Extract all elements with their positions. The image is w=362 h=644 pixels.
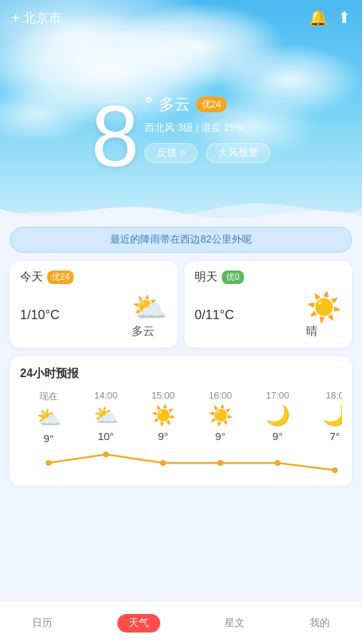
tomorrow-header: 明天 优0 <box>195 270 342 285</box>
hourly-temp: 10° <box>98 430 114 442</box>
content-area: 最近的降雨带在西边82公里外呢 今天 优24 1/10°C ⛅ 多云 明天 <box>0 218 362 601</box>
hourly-temp: 7° <box>330 430 340 442</box>
hourly-item: 16:00 ☀️ 9° <box>192 390 249 444</box>
nav-item-calendar[interactable]: 日历 <box>18 613 67 634</box>
svg-point-0 <box>46 460 52 466</box>
feedback-button[interactable]: 反馈 > <box>145 143 197 163</box>
weather-main: 8 ° 多云 优24 西北风 3级 | 湿度 25% 反馈 > 大风预警 <box>0 93 362 179</box>
aqi-badge: 优24 <box>196 97 227 112</box>
nav-label-stars: 星文 <box>225 617 245 630</box>
hourly-row: 现在 ⛅ 9° 14:00 ⛅ 10° 15:00 ☀️ 9° 16:00 ☀️… <box>20 390 342 444</box>
tomorrow-aqi: 优0 <box>222 270 244 284</box>
temperature-row: 8 ° 多云 优24 西北风 3级 | 湿度 25% 反馈 > 大风预警 <box>92 93 271 179</box>
hourly-icon: ☀️ <box>151 404 176 427</box>
weather-description: 多云 <box>159 94 190 115</box>
tomorrow-right: ☀️ 晴 <box>306 291 342 339</box>
speaker-icon[interactable]: 🔔 <box>308 9 328 27</box>
forecast-title: 24小时预报 <box>20 366 342 381</box>
forecast-section: 24小时预报 现在 ⛅ 9° 14:00 ⛅ 10° 15:00 ☀️ 9° 1… <box>10 356 352 486</box>
hourly-item: 15:00 ☀️ 9° <box>134 390 192 444</box>
weather-detail: ° 多云 优24 西北风 3级 | 湿度 25% 反馈 > 大风预警 <box>145 93 270 169</box>
hourly-icon: ☀️ <box>208 404 233 427</box>
svg-point-5 <box>332 467 338 473</box>
tomorrow-icon: ☀️ <box>306 291 342 324</box>
temp-curve <box>20 447 342 476</box>
svg-point-2 <box>160 460 166 466</box>
bottom-nav: 日历 天气 星文 我的 <box>0 601 362 644</box>
hourly-temp: 9° <box>273 430 283 442</box>
nav-label-weather: 天气 <box>117 614 160 633</box>
city-button[interactable]: + 北京市 <box>11 9 62 26</box>
hourly-scroll[interactable]: 现在 ⛅ 9° 14:00 ⛅ 10° 15:00 ☀️ 9° 16:00 ☀️… <box>20 390 342 476</box>
weather-desc-row: ° 多云 优24 <box>145 93 270 116</box>
top-bar: + 北京市 🔔 ⬆ <box>0 0 362 27</box>
today-right: ⛅ 多云 <box>132 291 167 339</box>
today-icon: ⛅ <box>132 291 167 324</box>
today-card: 今天 优24 1/10°C ⛅ 多云 <box>10 261 177 348</box>
wind-humidity-text: 西北风 3级 | 湿度 25% <box>145 122 270 135</box>
hourly-icon: ⛅ <box>94 404 119 427</box>
today-temp: 1/10°C <box>20 308 59 323</box>
temp-curve-svg <box>20 447 342 476</box>
hourly-time: 14:00 <box>94 390 118 401</box>
svg-point-1 <box>103 452 109 457</box>
share-icon[interactable]: ⬆ <box>338 9 351 27</box>
hourly-icon: 🌙 <box>323 404 343 427</box>
sky-background: + 北京市 🔔 ⬆ 8 ° 多云 优24 西北风 3级 | 湿度 25% 反馈 … <box>0 0 362 229</box>
hourly-item: 18:0 🌙 7° <box>306 390 342 444</box>
today-left: 1/10°C <box>20 308 59 323</box>
hourly-icon: ⛅ <box>36 406 62 429</box>
tomorrow-weather: 0/11°C ☀️ 晴 <box>195 291 342 339</box>
nav-item-mine[interactable]: 我的 <box>295 613 344 634</box>
hourly-icon: 🌙 <box>265 404 290 427</box>
hourly-item: 17:00 🌙 9° <box>249 390 306 444</box>
today-desc: 多云 <box>132 324 167 339</box>
hourly-temp: 9° <box>44 432 54 444</box>
hourly-time: 现在 <box>39 390 58 403</box>
nav-label-mine: 我的 <box>310 617 330 630</box>
hourly-temp: 9° <box>158 430 168 442</box>
tomorrow-temp: 0/11°C <box>195 308 234 323</box>
wind-alert-button[interactable]: 大风预警 <box>206 143 270 163</box>
day-cards: 今天 优24 1/10°C ⛅ 多云 明天 优0 0/11°C <box>10 261 352 348</box>
hourly-time: 18:0 <box>326 390 342 401</box>
temperature-display: 8 <box>92 93 140 179</box>
today-weather: 1/10°C ⛅ 多云 <box>20 291 167 339</box>
tomorrow-left: 0/11°C <box>195 308 234 323</box>
hourly-temp: 9° <box>215 430 225 442</box>
hourly-item: 现在 ⛅ 9° <box>20 390 77 444</box>
nav-label-calendar: 日历 <box>32 617 52 630</box>
action-buttons: 反馈 > 大风预警 <box>145 143 270 163</box>
add-city-icon: + <box>11 10 20 26</box>
top-icons-group: 🔔 ⬆ <box>308 9 351 27</box>
rain-notice: 最近的降雨带在西边82公里外呢 <box>10 227 352 253</box>
hourly-time: 15:00 <box>152 390 175 401</box>
today-header: 今天 优24 <box>20 270 167 285</box>
today-label: 今天 <box>20 270 43 285</box>
tomorrow-label: 明天 <box>195 270 217 285</box>
degree-symbol: ° <box>145 93 152 116</box>
svg-point-4 <box>275 460 280 466</box>
hourly-time: 17:00 <box>266 390 290 401</box>
nav-item-stars[interactable]: 星文 <box>210 613 259 634</box>
hourly-item: 14:00 ⛅ 10° <box>77 390 134 444</box>
city-name: 北京市 <box>23 9 62 26</box>
nav-item-weather[interactable]: 天气 <box>103 610 175 637</box>
tomorrow-card: 明天 优0 0/11°C ☀️ 晴 <box>185 261 352 348</box>
today-aqi: 优24 <box>47 270 74 284</box>
hourly-time: 16:00 <box>209 390 233 401</box>
svg-point-3 <box>217 460 223 466</box>
tomorrow-desc: 晴 <box>306 324 342 339</box>
